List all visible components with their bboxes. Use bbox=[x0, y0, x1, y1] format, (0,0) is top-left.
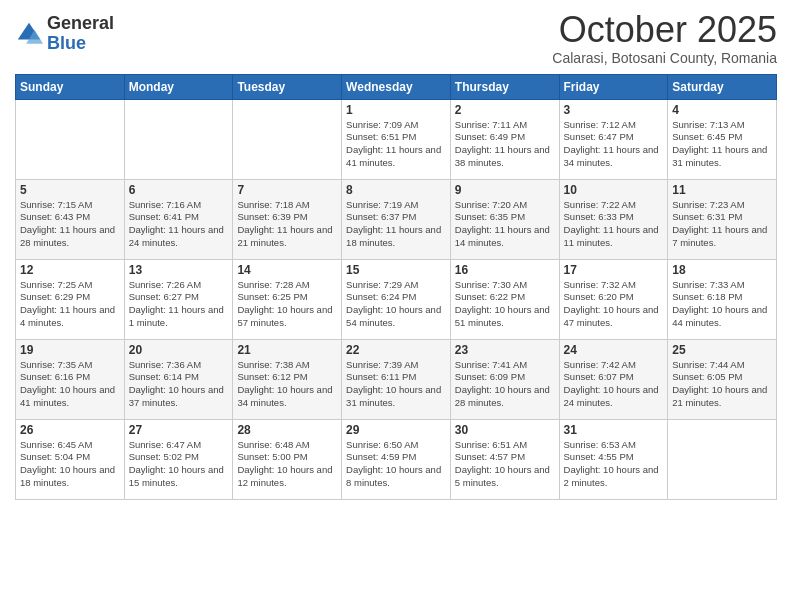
calendar-week-3: 12Sunrise: 7:25 AM Sunset: 6:29 PM Dayli… bbox=[16, 259, 777, 339]
day-header-wednesday: Wednesday bbox=[342, 74, 451, 99]
calendar-cell: 23Sunrise: 7:41 AM Sunset: 6:09 PM Dayli… bbox=[450, 339, 559, 419]
day-info: Sunrise: 6:47 AM Sunset: 5:02 PM Dayligh… bbox=[129, 439, 229, 490]
day-number: 21 bbox=[237, 343, 337, 357]
day-number: 1 bbox=[346, 103, 446, 117]
day-info: Sunrise: 7:25 AM Sunset: 6:29 PM Dayligh… bbox=[20, 279, 120, 330]
day-info: Sunrise: 7:20 AM Sunset: 6:35 PM Dayligh… bbox=[455, 199, 555, 250]
location-subtitle: Calarasi, Botosani County, Romania bbox=[552, 50, 777, 66]
calendar-cell: 9Sunrise: 7:20 AM Sunset: 6:35 PM Daylig… bbox=[450, 179, 559, 259]
calendar-cell: 8Sunrise: 7:19 AM Sunset: 6:37 PM Daylig… bbox=[342, 179, 451, 259]
day-header-friday: Friday bbox=[559, 74, 668, 99]
day-info: Sunrise: 6:48 AM Sunset: 5:00 PM Dayligh… bbox=[237, 439, 337, 490]
day-number: 19 bbox=[20, 343, 120, 357]
day-number: 12 bbox=[20, 263, 120, 277]
day-header-row: SundayMondayTuesdayWednesdayThursdayFrid… bbox=[16, 74, 777, 99]
day-number: 24 bbox=[564, 343, 664, 357]
logo: General Blue bbox=[15, 14, 114, 54]
day-number: 20 bbox=[129, 343, 229, 357]
day-header-monday: Monday bbox=[124, 74, 233, 99]
calendar-cell: 30Sunrise: 6:51 AM Sunset: 4:57 PM Dayli… bbox=[450, 419, 559, 499]
day-info: Sunrise: 7:19 AM Sunset: 6:37 PM Dayligh… bbox=[346, 199, 446, 250]
calendar-week-4: 19Sunrise: 7:35 AM Sunset: 6:16 PM Dayli… bbox=[16, 339, 777, 419]
day-info: Sunrise: 7:12 AM Sunset: 6:47 PM Dayligh… bbox=[564, 119, 664, 170]
calendar-cell: 24Sunrise: 7:42 AM Sunset: 6:07 PM Dayli… bbox=[559, 339, 668, 419]
calendar-cell: 15Sunrise: 7:29 AM Sunset: 6:24 PM Dayli… bbox=[342, 259, 451, 339]
page: General Blue October 2025 Calarasi, Boto… bbox=[0, 0, 792, 612]
day-info: Sunrise: 7:13 AM Sunset: 6:45 PM Dayligh… bbox=[672, 119, 772, 170]
day-number: 11 bbox=[672, 183, 772, 197]
day-number: 16 bbox=[455, 263, 555, 277]
day-number: 13 bbox=[129, 263, 229, 277]
day-header-sunday: Sunday bbox=[16, 74, 125, 99]
day-number: 8 bbox=[346, 183, 446, 197]
logo-blue-text: Blue bbox=[47, 33, 86, 53]
calendar-header: SundayMondayTuesdayWednesdayThursdayFrid… bbox=[16, 74, 777, 99]
day-number: 9 bbox=[455, 183, 555, 197]
day-number: 18 bbox=[672, 263, 772, 277]
day-info: Sunrise: 7:22 AM Sunset: 6:33 PM Dayligh… bbox=[564, 199, 664, 250]
day-info: Sunrise: 6:51 AM Sunset: 4:57 PM Dayligh… bbox=[455, 439, 555, 490]
calendar-cell: 5Sunrise: 7:15 AM Sunset: 6:43 PM Daylig… bbox=[16, 179, 125, 259]
calendar-cell: 18Sunrise: 7:33 AM Sunset: 6:18 PM Dayli… bbox=[668, 259, 777, 339]
day-info: Sunrise: 7:44 AM Sunset: 6:05 PM Dayligh… bbox=[672, 359, 772, 410]
calendar-table: SundayMondayTuesdayWednesdayThursdayFrid… bbox=[15, 74, 777, 500]
calendar-body: 1Sunrise: 7:09 AM Sunset: 6:51 PM Daylig… bbox=[16, 99, 777, 499]
day-number: 4 bbox=[672, 103, 772, 117]
calendar-cell: 7Sunrise: 7:18 AM Sunset: 6:39 PM Daylig… bbox=[233, 179, 342, 259]
logo-general-text: General bbox=[47, 13, 114, 33]
day-info: Sunrise: 7:26 AM Sunset: 6:27 PM Dayligh… bbox=[129, 279, 229, 330]
calendar-cell: 14Sunrise: 7:28 AM Sunset: 6:25 PM Dayli… bbox=[233, 259, 342, 339]
day-number: 3 bbox=[564, 103, 664, 117]
day-number: 22 bbox=[346, 343, 446, 357]
calendar-cell: 11Sunrise: 7:23 AM Sunset: 6:31 PM Dayli… bbox=[668, 179, 777, 259]
day-info: Sunrise: 7:15 AM Sunset: 6:43 PM Dayligh… bbox=[20, 199, 120, 250]
calendar-cell: 26Sunrise: 6:45 AM Sunset: 5:04 PM Dayli… bbox=[16, 419, 125, 499]
day-info: Sunrise: 7:28 AM Sunset: 6:25 PM Dayligh… bbox=[237, 279, 337, 330]
day-info: Sunrise: 7:35 AM Sunset: 6:16 PM Dayligh… bbox=[20, 359, 120, 410]
logo-icon bbox=[15, 20, 43, 48]
day-info: Sunrise: 7:18 AM Sunset: 6:39 PM Dayligh… bbox=[237, 199, 337, 250]
month-title: October 2025 bbox=[552, 10, 777, 50]
calendar-cell: 17Sunrise: 7:32 AM Sunset: 6:20 PM Dayli… bbox=[559, 259, 668, 339]
calendar-cell: 21Sunrise: 7:38 AM Sunset: 6:12 PM Dayli… bbox=[233, 339, 342, 419]
day-info: Sunrise: 7:32 AM Sunset: 6:20 PM Dayligh… bbox=[564, 279, 664, 330]
day-number: 25 bbox=[672, 343, 772, 357]
calendar-cell bbox=[233, 99, 342, 179]
day-info: Sunrise: 6:53 AM Sunset: 4:55 PM Dayligh… bbox=[564, 439, 664, 490]
day-header-tuesday: Tuesday bbox=[233, 74, 342, 99]
day-number: 10 bbox=[564, 183, 664, 197]
calendar-cell: 12Sunrise: 7:25 AM Sunset: 6:29 PM Dayli… bbox=[16, 259, 125, 339]
calendar-cell: 31Sunrise: 6:53 AM Sunset: 4:55 PM Dayli… bbox=[559, 419, 668, 499]
calendar-cell: 6Sunrise: 7:16 AM Sunset: 6:41 PM Daylig… bbox=[124, 179, 233, 259]
calendar-cell: 20Sunrise: 7:36 AM Sunset: 6:14 PM Dayli… bbox=[124, 339, 233, 419]
day-number: 26 bbox=[20, 423, 120, 437]
day-number: 30 bbox=[455, 423, 555, 437]
day-number: 27 bbox=[129, 423, 229, 437]
calendar-cell: 16Sunrise: 7:30 AM Sunset: 6:22 PM Dayli… bbox=[450, 259, 559, 339]
day-number: 31 bbox=[564, 423, 664, 437]
day-number: 29 bbox=[346, 423, 446, 437]
calendar-cell bbox=[16, 99, 125, 179]
day-info: Sunrise: 7:38 AM Sunset: 6:12 PM Dayligh… bbox=[237, 359, 337, 410]
day-info: Sunrise: 7:30 AM Sunset: 6:22 PM Dayligh… bbox=[455, 279, 555, 330]
day-info: Sunrise: 7:29 AM Sunset: 6:24 PM Dayligh… bbox=[346, 279, 446, 330]
day-number: 15 bbox=[346, 263, 446, 277]
day-number: 5 bbox=[20, 183, 120, 197]
calendar-week-5: 26Sunrise: 6:45 AM Sunset: 5:04 PM Dayli… bbox=[16, 419, 777, 499]
calendar-cell: 2Sunrise: 7:11 AM Sunset: 6:49 PM Daylig… bbox=[450, 99, 559, 179]
day-info: Sunrise: 6:50 AM Sunset: 4:59 PM Dayligh… bbox=[346, 439, 446, 490]
calendar-cell: 28Sunrise: 6:48 AM Sunset: 5:00 PM Dayli… bbox=[233, 419, 342, 499]
calendar-cell bbox=[124, 99, 233, 179]
calendar-cell: 29Sunrise: 6:50 AM Sunset: 4:59 PM Dayli… bbox=[342, 419, 451, 499]
day-number: 17 bbox=[564, 263, 664, 277]
title-section: October 2025 Calarasi, Botosani County, … bbox=[552, 10, 777, 66]
calendar-cell bbox=[668, 419, 777, 499]
day-number: 23 bbox=[455, 343, 555, 357]
header: General Blue October 2025 Calarasi, Boto… bbox=[15, 10, 777, 66]
calendar-cell: 27Sunrise: 6:47 AM Sunset: 5:02 PM Dayli… bbox=[124, 419, 233, 499]
day-info: Sunrise: 7:09 AM Sunset: 6:51 PM Dayligh… bbox=[346, 119, 446, 170]
day-info: Sunrise: 7:42 AM Sunset: 6:07 PM Dayligh… bbox=[564, 359, 664, 410]
calendar-cell: 13Sunrise: 7:26 AM Sunset: 6:27 PM Dayli… bbox=[124, 259, 233, 339]
day-info: Sunrise: 7:33 AM Sunset: 6:18 PM Dayligh… bbox=[672, 279, 772, 330]
calendar-week-1: 1Sunrise: 7:09 AM Sunset: 6:51 PM Daylig… bbox=[16, 99, 777, 179]
